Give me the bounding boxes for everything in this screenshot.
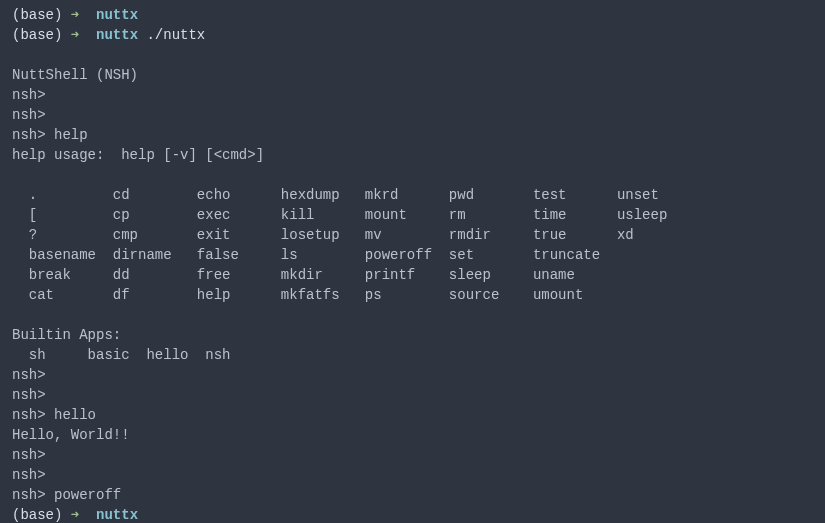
prompt-dir: nuttx <box>96 27 138 43</box>
cmd-list-row: ? cmp exit losetup mv rmdir true xd <box>12 225 813 245</box>
conda-env: (base) <box>12 7 71 23</box>
prompt-dir: nuttx <box>96 507 138 523</box>
conda-env: (base) <box>12 507 71 523</box>
prompt-line-1: (base) ➜ nuttx <box>12 5 813 25</box>
nsh-help-cmd: nsh> help <box>12 125 813 145</box>
nsh-prompt: nsh> <box>12 365 813 385</box>
help-usage: help usage: help [-v] [<cmd>] <box>12 145 813 165</box>
builtin-title: Builtin Apps: <box>12 325 813 345</box>
nsh-hello-cmd: nsh> hello <box>12 405 813 425</box>
blank-line <box>12 165 813 185</box>
cmd-list-row: break dd free mkdir printf sleep uname <box>12 265 813 285</box>
cmd-list-row: . cd echo hexdump mkrd pwd test unset <box>12 185 813 205</box>
nsh-prompt: nsh> <box>12 465 813 485</box>
prompt-arrow: ➜ <box>71 27 96 43</box>
conda-env: (base) <box>12 27 71 43</box>
blank-line <box>12 45 813 65</box>
nsh-prompt: nsh> <box>12 385 813 405</box>
nsh-prompt: nsh> <box>12 445 813 465</box>
blank-line <box>12 305 813 325</box>
nsh-poweroff-cmd: nsh> poweroff <box>12 485 813 505</box>
nsh-prompt: nsh> <box>12 85 813 105</box>
prompt-arrow: ➜ <box>71 7 96 23</box>
prompt-dir: nuttx <box>96 7 138 23</box>
hello-output: Hello, World!! <box>12 425 813 445</box>
prompt-line-end: (base) ➜ nuttx <box>12 505 813 523</box>
cmd-list-row: basename dirname false ls poweroff set t… <box>12 245 813 265</box>
prompt-arrow: ➜ <box>71 507 96 523</box>
builtin-row: sh basic hello nsh <box>12 345 813 365</box>
cmd-list-row: [ cp exec kill mount rm time usleep <box>12 205 813 225</box>
cmd-list-row: cat df help mkfatfs ps source umount <box>12 285 813 305</box>
prompt-line-2: (base) ➜ nuttx ./nuttx <box>12 25 813 45</box>
shell-title: NuttShell (NSH) <box>12 65 813 85</box>
terminal-output[interactable]: (base) ➜ nuttx (base) ➜ nuttx ./nuttx Nu… <box>12 5 813 523</box>
nsh-prompt: nsh> <box>12 105 813 125</box>
command-text: ./nuttx <box>138 27 205 43</box>
